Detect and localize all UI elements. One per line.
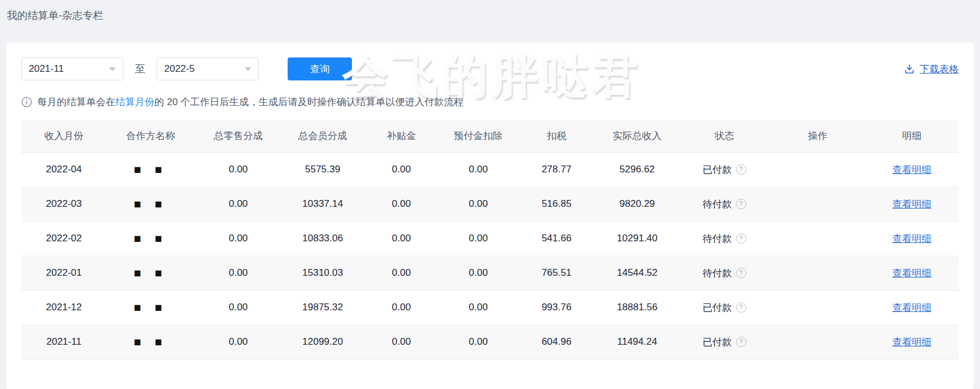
partner-name-cell: ■ ■: [107, 221, 195, 256]
operation-cell: [770, 325, 865, 359]
view-detail-link[interactable]: 查看明细: [892, 199, 931, 210]
range-to-label: 至: [135, 62, 145, 76]
table-row: 2021-11 ■ ■ 0.00 12099.20 0.00 0.00 604.…: [21, 325, 959, 359]
start-month-select[interactable]: 2021-11: [21, 57, 123, 80]
help-icon[interactable]: ?: [736, 337, 746, 347]
tax-cell: 765.51: [517, 256, 596, 290]
partner-name-cell: ■ ■: [107, 152, 195, 187]
prepay-deduction-cell: 0.00: [439, 290, 517, 325]
member-share-cell: 15310.03: [282, 256, 363, 290]
retail-share-cell: 0.00: [195, 187, 282, 221]
member-share-cell: 10833.06: [282, 221, 363, 256]
column-header-8: 状态: [679, 120, 770, 152]
actual-income-cell: 18881.56: [596, 290, 679, 325]
column-header-9: 操作: [770, 120, 865, 152]
subsidy-cell: 0.00: [363, 325, 439, 359]
status-text: 已付款: [703, 301, 732, 314]
income-month-cell: 2022-01: [21, 256, 107, 290]
partner-name-cell: ■ ■: [107, 256, 195, 290]
help-icon[interactable]: ?: [736, 233, 746, 244]
download-icon: [904, 63, 915, 75]
status-text: 待付款: [703, 267, 732, 280]
end-month-value: 2022-5: [164, 63, 195, 75]
end-month-select[interactable]: 2022-5: [157, 57, 259, 80]
download-table-link[interactable]: 下载表格: [904, 63, 959, 76]
help-icon[interactable]: ?: [736, 268, 746, 278]
detail-cell: 查看明细: [865, 152, 959, 187]
table-row: 2021-12 ■ ■ 0.00 19875.32 0.00 0.00 993.…: [21, 290, 959, 325]
settlement-month-link[interactable]: 结算月份: [115, 97, 154, 107]
retail-share-cell: 0.00: [195, 325, 282, 359]
view-detail-link[interactable]: 查看明细: [892, 268, 931, 279]
column-header-2: 总零售分成: [195, 120, 282, 152]
prepay-deduction-cell: 0.00: [439, 256, 517, 290]
status-text: 已付款: [703, 336, 732, 349]
status-cell: 已付款 ?: [679, 152, 770, 187]
detail-cell: 查看明细: [865, 256, 959, 290]
prepay-deduction-cell: 0.00: [439, 187, 517, 221]
actual-income-cell: 11494.24: [596, 325, 679, 359]
table-body: 2022-04 ■ ■ 0.00 5575.39 0.00 0.00 278.7…: [21, 152, 959, 359]
partner-name-cell: ■ ■: [107, 187, 195, 221]
actual-income-cell: 9820.29: [596, 187, 679, 221]
column-header-6: 扣税: [517, 120, 596, 152]
view-detail-link[interactable]: 查看明细: [892, 164, 931, 175]
status-text: 已付款: [703, 163, 732, 176]
help-icon[interactable]: ?: [736, 164, 746, 175]
partner-name-cell: ■ ■: [107, 290, 195, 325]
toolbar: 2021-11 至 2022-5 查询 下载表格: [21, 57, 959, 80]
chevron-down-icon: [245, 67, 251, 71]
subsidy-cell: 0.00: [363, 221, 439, 256]
member-share-cell: 5575.39: [282, 152, 363, 187]
member-share-cell: 19875.32: [282, 290, 363, 325]
status-cell: 已付款 ?: [679, 290, 770, 325]
member-share-cell: 10337.14: [282, 187, 363, 221]
help-icon[interactable]: ?: [736, 302, 746, 313]
column-header-4: 补贴金: [363, 120, 439, 152]
operation-cell: [770, 187, 865, 221]
retail-share-cell: 0.00: [195, 256, 282, 290]
partner-name-cell: ■ ■: [107, 325, 195, 359]
operation-cell: [770, 221, 865, 256]
operation-cell: [770, 152, 865, 187]
retail-share-cell: 0.00: [195, 290, 282, 325]
status-cell: 已付款 ?: [679, 325, 770, 359]
tax-cell: 516.85: [517, 187, 596, 221]
tax-cell: 604.96: [517, 325, 596, 359]
query-button[interactable]: 查询: [288, 57, 352, 80]
view-detail-link[interactable]: 查看明细: [892, 233, 931, 244]
status-cell: 待付款 ?: [679, 256, 770, 290]
operation-cell: [770, 290, 865, 325]
table-row: 2022-04 ■ ■ 0.00 5575.39 0.00 0.00 278.7…: [21, 152, 959, 187]
column-header-5: 预付金扣除: [439, 120, 517, 152]
view-detail-link[interactable]: 查看明细: [892, 302, 931, 313]
prepay-deduction-cell: 0.00: [439, 221, 517, 256]
table-row: 2022-03 ■ ■ 0.00 10337.14 0.00 0.00 516.…: [21, 187, 959, 221]
member-share-cell: 12099.20: [282, 325, 363, 359]
table-header-row: 收入月份合作方名称总零售分成总会员分成补贴金预付金扣除扣税实际总收入状态操作明细: [21, 120, 959, 152]
info-icon: [21, 97, 32, 107]
table-row: 2022-02 ■ ■ 0.00 10833.06 0.00 0.00 541.…: [21, 221, 959, 256]
retail-share-cell: 0.00: [195, 152, 282, 187]
subsidy-cell: 0.00: [363, 152, 439, 187]
income-month-cell: 2021-11: [21, 325, 107, 359]
prepay-deduction-cell: 0.00: [439, 152, 517, 187]
notice-text: 每月的结算单会在结算月份的 20 个工作日后生成，生成后请及时操作确认结算单以便…: [37, 95, 463, 109]
page-header: 我的结算单-杂志专栏: [0, 0, 980, 22]
help-icon[interactable]: ?: [736, 199, 746, 209]
page-title: 我的结算单-杂志专栏: [7, 10, 103, 21]
tax-cell: 541.66: [517, 221, 596, 256]
column-header-0: 收入月份: [21, 120, 107, 152]
settlement-card: 2021-11 至 2022-5 查询 下载表格 每月的结算单会在结算月份的 2…: [6, 43, 974, 389]
tax-cell: 993.76: [517, 290, 596, 325]
detail-cell: 查看明细: [865, 221, 959, 256]
column-header-7: 实际总收入: [596, 120, 679, 152]
status-text: 待付款: [703, 198, 732, 211]
subsidy-cell: 0.00: [363, 290, 439, 325]
download-label: 下载表格: [920, 63, 959, 76]
subsidy-cell: 0.00: [363, 256, 439, 290]
income-month-cell: 2021-12: [21, 290, 107, 325]
status-text: 待付款: [703, 232, 732, 245]
view-detail-link[interactable]: 查看明细: [892, 337, 931, 348]
status-cell: 待付款 ?: [679, 221, 770, 256]
